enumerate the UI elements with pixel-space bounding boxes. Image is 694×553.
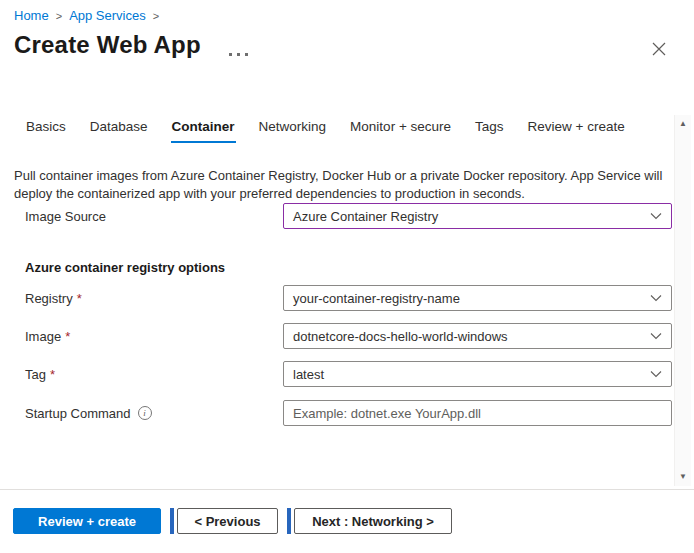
chevron-down-icon	[650, 370, 662, 378]
chevron-down-icon	[650, 294, 662, 302]
acr-options-heading: Azure container registry options	[25, 260, 225, 275]
ellipsis-icon	[237, 53, 240, 56]
image-source-row: Image Source Azure Container Registry	[25, 203, 672, 229]
image-dropdown[interactable]: dotnetcore-docs-hello-world-windows	[283, 323, 672, 349]
tab-basics[interactable]: Basics	[25, 119, 67, 143]
registry-label: Registry *	[25, 291, 283, 306]
image-value: dotnetcore-docs-hello-world-windows	[293, 329, 508, 344]
close-button[interactable]	[650, 40, 668, 58]
image-source-dropdown[interactable]: Azure Container Registry	[283, 203, 672, 229]
image-source-label: Image Source	[25, 209, 283, 224]
chevron-down-icon	[650, 332, 662, 340]
tab-review-create[interactable]: Review + create	[527, 119, 626, 143]
close-icon	[652, 42, 666, 56]
create-web-app-blade: Home>App Services> Create Web App Basics…	[0, 0, 694, 553]
vertical-scrollbar[interactable]: ▲ ▼	[674, 115, 691, 486]
tag-dropdown[interactable]: latest	[283, 361, 672, 387]
startup-command-input[interactable]	[283, 400, 672, 426]
tab-bar: Basics Database Container Networking Mon…	[25, 119, 626, 143]
next-button-accent-bar	[287, 508, 291, 534]
ellipsis-icon	[229, 53, 232, 56]
ellipsis-icon	[245, 53, 248, 56]
tab-monitor-secure[interactable]: Monitor + secure	[349, 119, 452, 143]
registry-row: Registry * your-container-registry-name	[25, 285, 672, 311]
tab-database[interactable]: Database	[89, 119, 149, 143]
tag-label: Tag *	[25, 367, 283, 382]
breadcrumb-app-services-link[interactable]: App Services	[69, 8, 146, 23]
breadcrumb-separator: >	[153, 10, 159, 22]
startup-command-label: Startup Command i	[25, 406, 283, 421]
image-label: Image *	[25, 329, 283, 344]
breadcrumb: Home>App Services>	[14, 8, 166, 23]
breadcrumb-home-link[interactable]: Home	[14, 8, 49, 23]
previous-button-accent-bar	[170, 508, 174, 534]
footer-divider	[0, 489, 694, 490]
page-title: Create Web App	[14, 31, 201, 59]
image-source-value: Azure Container Registry	[293, 209, 438, 224]
registry-dropdown[interactable]: your-container-registry-name	[283, 285, 672, 311]
image-row: Image * dotnetcore-docs-hello-world-wind…	[25, 323, 672, 349]
tab-tags[interactable]: Tags	[474, 119, 505, 143]
tab-container[interactable]: Container	[171, 119, 236, 143]
required-asterisk: *	[50, 367, 55, 382]
info-icon[interactable]: i	[138, 406, 152, 420]
previous-button[interactable]: < Previous	[177, 508, 278, 534]
tag-value: latest	[293, 367, 324, 382]
next-networking-button[interactable]: Next : Networking >	[294, 508, 452, 534]
review-create-button[interactable]: Review + create	[13, 508, 161, 534]
tag-row: Tag * latest	[25, 361, 672, 387]
required-asterisk: *	[65, 329, 70, 344]
scroll-down-icon[interactable]: ▼	[679, 468, 687, 486]
tab-networking[interactable]: Networking	[258, 119, 328, 143]
container-intro-text: Pull container images from Azure Contain…	[14, 167, 666, 203]
registry-value: your-container-registry-name	[293, 291, 460, 306]
chevron-down-icon	[650, 212, 662, 220]
breadcrumb-separator: >	[56, 10, 62, 22]
more-options-button[interactable]	[226, 50, 251, 59]
required-asterisk: *	[77, 291, 82, 306]
startup-command-row: Startup Command i	[25, 400, 672, 426]
scroll-up-icon[interactable]: ▲	[679, 115, 687, 133]
